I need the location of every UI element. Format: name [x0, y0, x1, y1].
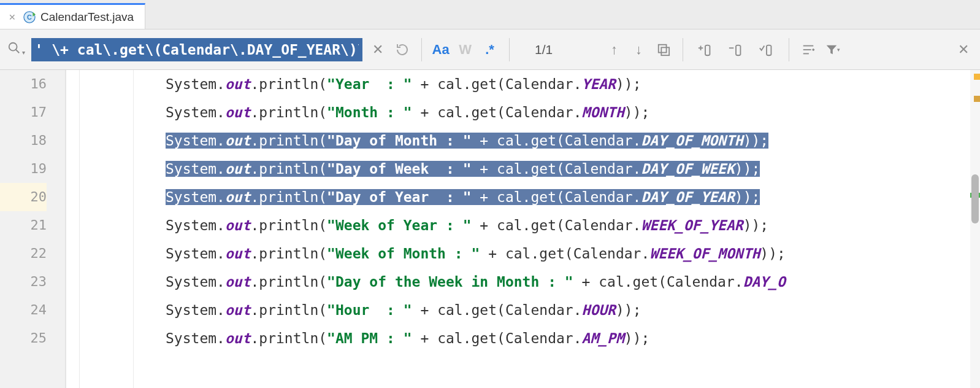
code-editor[interactable]: 16171819202122232425 System.out.println(…: [0, 70, 980, 388]
tab-filename: CalendarTest.java: [40, 10, 134, 24]
line-number: 22: [0, 239, 47, 268]
match-count: 1/1: [519, 42, 568, 57]
line-number: 25: [0, 324, 47, 352]
line-number: 23: [0, 268, 47, 296]
select-all-occurrences-icon[interactable]: [754, 41, 779, 59]
line-number: 21: [0, 211, 47, 239]
svg-rect-5: [658, 44, 666, 52]
scrollbar-thumb[interactable]: [971, 174, 979, 223]
close-search-icon[interactable]: ✕: [954, 41, 973, 59]
code-line[interactable]: System.out.println("Day of Month : " + c…: [134, 126, 980, 155]
svg-point-3: [9, 43, 17, 51]
whole-word-toggle[interactable]: W: [456, 41, 475, 59]
code-line[interactable]: System.out.println("Year : " + cal.get(C…: [134, 70, 980, 98]
prev-match-icon[interactable]: ↑: [605, 41, 624, 59]
close-tab-icon[interactable]: ✕: [9, 12, 16, 22]
match-case-toggle[interactable]: Aa: [432, 41, 450, 59]
code-line[interactable]: System.out.println("Week of Year : " + c…: [134, 211, 980, 239]
filter-settings-icon[interactable]: [799, 41, 817, 59]
java-class-icon: C: [23, 11, 36, 23]
search-icon[interactable]: ▾: [7, 41, 25, 58]
code-line[interactable]: System.out.println("Day of the Week in M…: [134, 268, 980, 296]
svg-line-4: [16, 50, 20, 53]
warning-marker-icon: [974, 74, 980, 80]
line-number: 17: [0, 98, 47, 126]
filter-funnel-icon[interactable]: ▾: [824, 41, 842, 59]
remove-selection-icon[interactable]: [724, 41, 748, 59]
select-all-matches-icon[interactable]: [654, 41, 673, 59]
code-line[interactable]: System.out.println("AM PM : " + cal.get(…: [134, 324, 980, 352]
clear-search-icon[interactable]: ✕: [369, 41, 387, 59]
add-selection-icon[interactable]: [693, 41, 718, 59]
line-gutter: 16171819202122232425: [0, 70, 66, 388]
line-number: 20: [0, 183, 47, 211]
code-line[interactable]: System.out.println("Week of Month : " + …: [134, 239, 980, 268]
code-line[interactable]: System.out.println("Day of Week : " + ca…: [134, 155, 980, 183]
line-number: 24: [0, 296, 47, 324]
regex-toggle[interactable]: .*: [481, 41, 499, 59]
next-match-icon[interactable]: ↓: [630, 41, 648, 59]
tab-bar: ✕ C CalendarTest.java: [0, 0, 980, 29]
code-line[interactable]: System.out.println("Month : " + cal.get(…: [134, 98, 980, 126]
code-line[interactable]: System.out.println("Day of Year : " + ca…: [134, 183, 980, 211]
search-history-icon[interactable]: [393, 41, 412, 59]
change-marker-icon: [974, 96, 980, 102]
file-tab[interactable]: ✕ C CalendarTest.java: [0, 3, 145, 29]
fold-strip: [80, 70, 134, 388]
code-area[interactable]: System.out.println("Year : " + cal.get(C…: [134, 70, 980, 388]
scrollbar-markers[interactable]: [970, 70, 980, 388]
search-bar: ▾ ✕ Aa W .* 1/1 ↑ ↓: [0, 29, 980, 70]
line-number: 18: [0, 126, 47, 155]
indent-guide: [66, 70, 80, 388]
svg-marker-21: [827, 45, 837, 54]
svg-text:C: C: [27, 13, 32, 20]
search-input[interactable]: [31, 38, 362, 61]
code-line[interactable]: System.out.println("Hour : " + cal.get(C…: [134, 296, 980, 324]
line-number: 16: [0, 70, 47, 98]
svg-rect-6: [661, 47, 669, 55]
line-number: 19: [0, 155, 47, 183]
